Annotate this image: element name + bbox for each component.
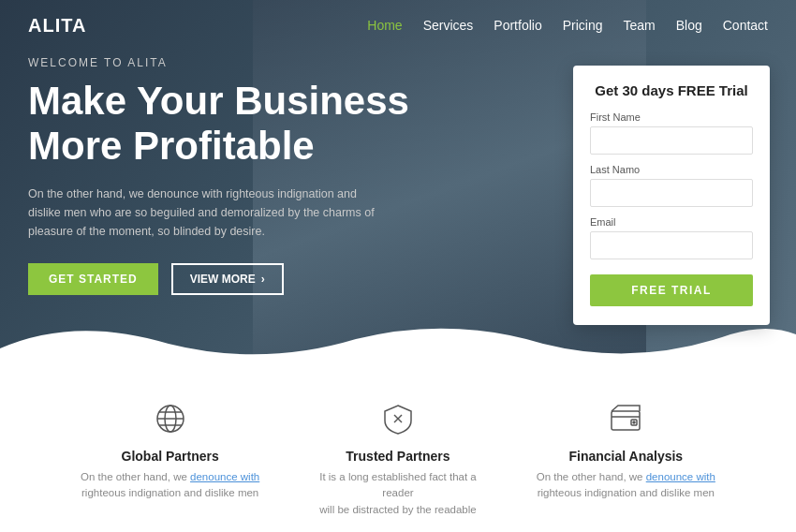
feature-trusted-partners: Trusted Partners It is a long establishe…: [304, 398, 492, 518]
first-name-label: First Name: [590, 111, 753, 123]
nav-contact[interactable]: Contact: [723, 18, 768, 33]
last-name-label: Last Namo: [590, 164, 753, 175]
get-started-button[interactable]: GET STARTED: [28, 263, 158, 295]
nav-pricing[interactable]: Pricing: [563, 18, 603, 33]
trusted-partners-title: Trusted Partners: [346, 449, 450, 464]
financial-analysis-desc: On the other hand, we denounce withright…: [537, 469, 715, 502]
last-name-group: Last Namo: [590, 164, 753, 207]
hero-title: Make Your Business More Profitable: [28, 79, 478, 170]
hero-description: On the other hand, we denounce with righ…: [28, 185, 384, 241]
nav-blog[interactable]: Blog: [676, 18, 702, 33]
free-trial-button[interactable]: FREE TRIAL: [590, 274, 753, 306]
first-name-group: First Name: [590, 111, 753, 155]
arrow-icon: ›: [261, 273, 265, 286]
hero-content: WELCOME TO ALITA Make Your Business More…: [28, 56, 478, 295]
financial-analysis-title: Financial Analysis: [568, 449, 683, 464]
email-input[interactable]: [590, 231, 753, 259]
wallet-icon: [605, 398, 646, 439]
hero-buttons: GET STARTED VIEW MORE ›: [28, 263, 478, 295]
header: ALITA Home Services Portfolio Pricing Te…: [0, 0, 796, 51]
nav-home[interactable]: Home: [367, 18, 402, 33]
svg-point-9: [633, 421, 635, 423]
feature-financial-analysis: Financial Analysis On the other hand, we…: [532, 398, 719, 502]
nav-services[interactable]: Services: [423, 18, 474, 33]
form-title: Get 30 days FREE Trial: [590, 82, 753, 98]
features-section: Global Partners On the other hand, we de…: [0, 370, 796, 532]
globe-icon: [150, 398, 191, 439]
trusted-partners-desc: It is a long established fact that a rea…: [304, 469, 492, 518]
email-group: Email: [590, 216, 753, 259]
last-name-input[interactable]: [590, 179, 753, 207]
global-partners-title: Global Partners: [122, 449, 219, 464]
nav-portfolio[interactable]: Portfolio: [494, 18, 541, 33]
view-more-button[interactable]: VIEW MORE ›: [171, 263, 284, 295]
logo[interactable]: ALITA: [28, 15, 86, 37]
nav-team[interactable]: Team: [623, 18, 655, 33]
feature-global-partners: Global Partners On the other hand, we de…: [77, 398, 264, 502]
email-label: Email: [590, 216, 753, 228]
svg-rect-7: [612, 411, 640, 430]
hero-subtitle: WELCOME TO ALITA: [28, 56, 478, 69]
shield-x-icon: [377, 398, 419, 439]
first-name-input[interactable]: [590, 126, 753, 155]
nav: Home Services Portfolio Pricing Team Blo…: [367, 17, 768, 34]
global-partners-desc: On the other hand, we denounce withright…: [81, 469, 259, 502]
trial-form-card: Get 30 days FREE Trial First Name Last N…: [573, 66, 770, 325]
